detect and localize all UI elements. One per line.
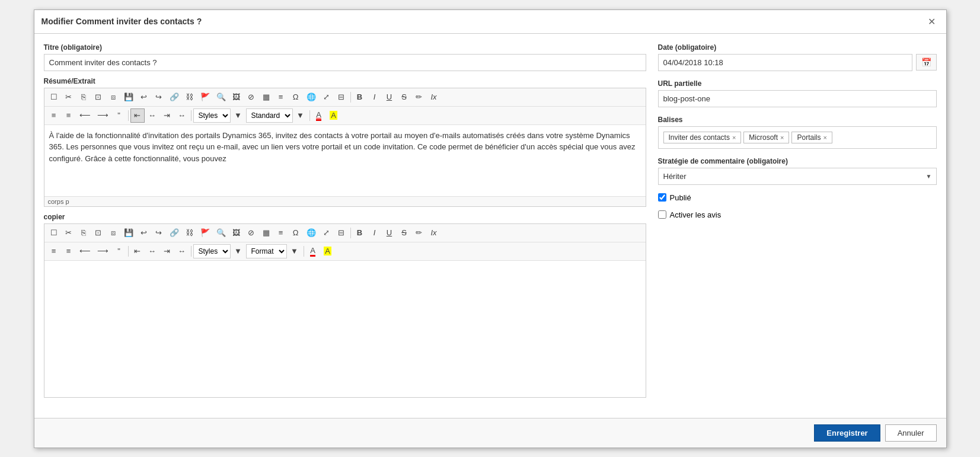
tb-undo[interactable]: ↩ [137, 90, 151, 104]
copy-tb-flash[interactable]: ⊘ [244, 226, 258, 240]
tb-unlink[interactable]: ⛓ [183, 90, 197, 104]
tb-special[interactable]: Ω [289, 90, 303, 104]
save-button[interactable]: Enregistrer [814, 424, 880, 442]
tb-flash[interactable]: ⊘ [244, 90, 258, 104]
copy-tb-ol[interactable]: ≡ [47, 244, 61, 258]
tag-remove-inviter[interactable]: × [732, 134, 736, 141]
tb-paste2[interactable]: ⧇ [106, 90, 120, 104]
copy-tb-image[interactable]: 🖼 [229, 226, 244, 240]
copy-tb-align-left[interactable]: ⇤ [130, 244, 145, 258]
tb-align-justify[interactable]: ↔ [175, 108, 189, 123]
copy-tb-new[interactable]: ☐ [47, 226, 61, 240]
tb-paste[interactable]: ⊡ [91, 90, 106, 104]
tb-font-color[interactable]: A [312, 108, 326, 123]
tb-table[interactable]: ▦ [259, 90, 273, 104]
date-input-wrap: 📅 [658, 54, 937, 71]
copy-tb-ul[interactable]: ≡ [62, 244, 76, 258]
avis-checkbox[interactable] [658, 210, 666, 219]
copy-tb-copy[interactable]: ⎘ [76, 226, 91, 240]
title-input[interactable] [44, 54, 646, 71]
standard-arrow[interactable]: ▼ [293, 108, 308, 123]
cancel-button[interactable]: Annuler [885, 424, 937, 442]
copy-styles-dropdown[interactable]: Styles [193, 244, 231, 258]
copy-tb-indent[interactable]: ⟶ [94, 244, 111, 258]
copy-editor-content[interactable] [44, 261, 646, 397]
styles-dropdown[interactable]: Styles [193, 108, 231, 123]
tb-new[interactable]: ☐ [47, 90, 61, 104]
tb-bg-color[interactable]: A [327, 108, 341, 123]
copy-tb-blocks[interactable]: ⊟ [334, 226, 349, 240]
date-input[interactable] [658, 54, 912, 71]
close-button[interactable]: ✕ [924, 15, 939, 28]
tb-find[interactable]: 🔍 [213, 90, 229, 104]
tb-outdent[interactable]: ⟵ [76, 108, 94, 123]
copy-tb-align-right[interactable]: ⇥ [160, 244, 174, 258]
tb-clear[interactable]: Ix [427, 90, 441, 104]
copy-tb-outdent[interactable]: ⟵ [76, 244, 94, 258]
copy-styles-arrow[interactable]: ▼ [231, 244, 245, 258]
tb-align-left[interactable]: ⇤ [130, 108, 145, 123]
tag-remove-microsoft[interactable]: × [780, 134, 784, 141]
tb-copy[interactable]: ⎘ [76, 90, 91, 104]
copy-tb-highlight[interactable]: ✏ [412, 226, 426, 240]
copy-tb-blockquote[interactable]: " [112, 244, 126, 258]
copy-tb-anchor[interactable]: 🚩 [197, 226, 213, 240]
tb-anchor[interactable]: 🚩 [197, 90, 213, 104]
copy-tb-undo[interactable]: ↩ [137, 226, 151, 240]
tb-hr[interactable]: ≡ [274, 90, 288, 104]
tb-save[interactable]: 💾 [121, 90, 136, 104]
copy-tb-cut[interactable]: ✂ [62, 226, 76, 240]
copy-tb-redo[interactable]: ↪ [152, 226, 166, 240]
tb-link[interactable]: 🔗 [167, 90, 182, 104]
copy-tb-strike[interactable]: S [397, 226, 411, 240]
copy-tb-maximize[interactable]: ⤢ [320, 226, 334, 240]
date-field-group: Date (obligatoire) 📅 [658, 43, 937, 71]
copy-tb-iframe[interactable]: 🌐 [304, 226, 319, 240]
copy-tb-font-color[interactable]: A [306, 244, 320, 258]
copy-tb-special[interactable]: Ω [289, 226, 303, 240]
standard-dropdown[interactable]: Standard [246, 108, 293, 123]
tb-maximize[interactable]: ⤢ [320, 90, 334, 104]
tb-ol[interactable]: ≡ [47, 108, 61, 123]
tb-image[interactable]: 🖼 [229, 90, 244, 104]
strategie-select[interactable]: Hériter Ouvert Fermé Modéré [658, 168, 937, 185]
tb-blocks[interactable]: ⊟ [334, 90, 349, 104]
tb-bold[interactable]: B [353, 90, 367, 104]
copy-tb-link[interactable]: 🔗 [167, 226, 182, 240]
tb-blockquote[interactable]: " [112, 108, 126, 123]
copy-tb-align-justify[interactable]: ↔ [175, 244, 189, 258]
tb-italic[interactable]: I [368, 90, 382, 104]
url-input[interactable] [658, 90, 937, 107]
tb-align-right[interactable]: ⇥ [160, 108, 174, 123]
copy-tb-italic[interactable]: I [368, 226, 382, 240]
tb-highlight[interactable]: ✏ [412, 90, 426, 104]
copy-tb-paste2[interactable]: ⧇ [106, 226, 120, 240]
copy-tb-save[interactable]: 💾 [121, 226, 136, 240]
balises-group: Balises Inviter des contacts × Microsoft… [658, 116, 937, 149]
copy-tb-find[interactable]: 🔍 [213, 226, 229, 240]
copy-tb-underline[interactable]: U [382, 226, 397, 240]
copy-tb-table[interactable]: ▦ [259, 226, 273, 240]
copy-format-arrow[interactable]: ▼ [288, 244, 302, 258]
tb-ul[interactable]: ≡ [62, 108, 76, 123]
tb-underline[interactable]: U [382, 90, 397, 104]
copy-tb-bg-color[interactable]: A [321, 244, 335, 258]
styles-arrow[interactable]: ▼ [231, 108, 245, 123]
copy-tb-align-center[interactable]: ↔ [145, 244, 159, 258]
calendar-button[interactable]: 📅 [916, 54, 937, 71]
tb-indent[interactable]: ⟶ [94, 108, 111, 123]
tb-redo[interactable]: ↪ [152, 90, 166, 104]
tb-strike[interactable]: S [397, 90, 411, 104]
copy-tb-clear[interactable]: Ix [427, 226, 441, 240]
tb-cut[interactable]: ✂ [62, 90, 76, 104]
copy-tb-bold[interactable]: B [353, 226, 367, 240]
copy-tb-hr[interactable]: ≡ [274, 226, 288, 240]
tag-remove-portails[interactable]: × [823, 134, 826, 141]
tb-align-center[interactable]: ↔ [145, 108, 159, 123]
copy-tb-unlink[interactable]: ⛓ [183, 226, 197, 240]
copy-tb-paste[interactable]: ⊡ [91, 226, 106, 240]
tb-iframe[interactable]: 🌐 [304, 90, 319, 104]
publie-checkbox[interactable] [658, 193, 666, 202]
resume-content-text[interactable]: À l'aide de la fonctionnalité d'invitati… [44, 125, 646, 196]
copy-format-dropdown[interactable]: Format [246, 244, 287, 258]
